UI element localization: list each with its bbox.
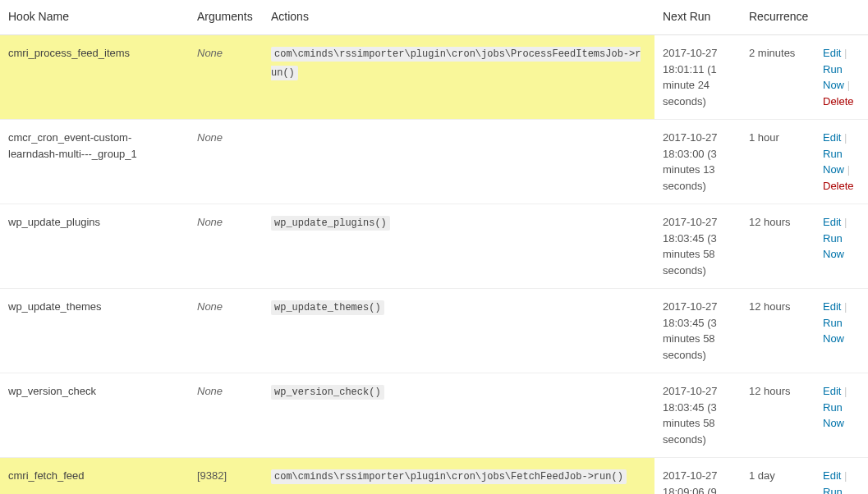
run-now-link[interactable]: Run Now	[823, 232, 844, 261]
next-run-cell: 2017-10-27 18:03:45 (3 minutes 58 second…	[654, 204, 741, 289]
separator: |	[841, 385, 847, 397]
separator: |	[844, 79, 850, 91]
hook-name-cell: cmri_fetch_feed	[0, 458, 189, 495]
delete-link[interactable]: Delete	[823, 95, 854, 107]
header-actions[interactable]: Actions	[263, 0, 654, 35]
arguments-cell: None	[189, 289, 263, 373]
arguments-cell: None	[189, 373, 263, 458]
separator: |	[841, 47, 847, 59]
recurrence-cell: 1 day	[741, 458, 815, 495]
next-run-cell: 2017-10-27 18:01:11 (1 minute 24 seconds…	[654, 35, 741, 120]
action-callback: com\cminds\rssimporter\plugin\cron\jobs\…	[271, 469, 627, 484]
table-row: wp_update_pluginsNonewp_update_plugins()…	[0, 204, 868, 289]
header-ops	[815, 0, 868, 35]
arguments-cell: [9382]	[189, 458, 263, 495]
arguments-cell: None	[189, 204, 263, 289]
recurrence-cell: 1 hour	[741, 120, 815, 204]
actions-cell: com\cminds\rssimporter\plugin\cron\jobs\…	[263, 35, 654, 120]
delete-link[interactable]: Delete	[823, 180, 854, 192]
action-callback: wp_update_plugins()	[271, 216, 390, 231]
row-actions-cell: Edit | Run Now	[815, 204, 868, 289]
action-callback: wp_version_check()	[271, 385, 384, 400]
run-now-link[interactable]: Run Now	[823, 401, 844, 430]
next-run-cell: 2017-10-27 18:03:45 (3 minutes 58 second…	[654, 289, 741, 373]
edit-link[interactable]: Edit	[823, 131, 841, 144]
table-row: cmri_fetch_feed[9382]com\cminds\rssimpor…	[0, 458, 868, 495]
separator: |	[841, 131, 847, 144]
recurrence-cell: 12 hours	[741, 373, 815, 458]
hook-name-cell: cmcr_cron_event-custom-learndash-multi--…	[0, 120, 189, 204]
header-recur[interactable]: Recurrence	[741, 0, 815, 35]
hook-name-cell: cmri_process_feed_items	[0, 35, 189, 120]
next-run-cell: 2017-10-27 18:03:45 (3 minutes 58 second…	[654, 373, 741, 458]
hook-name-cell: wp_update_themes	[0, 289, 189, 373]
edit-link[interactable]: Edit	[823, 300, 841, 313]
arguments-cell: None	[189, 35, 263, 120]
separator: |	[841, 216, 847, 228]
hook-name-cell: wp_version_check	[0, 373, 189, 458]
recurrence-cell: 12 hours	[741, 289, 815, 373]
edit-link[interactable]: Edit	[823, 469, 841, 482]
row-actions-cell: Edit | Run Now	[815, 373, 868, 458]
run-now-link[interactable]: Run Now	[823, 317, 844, 345]
actions-cell	[263, 120, 654, 204]
edit-link[interactable]: Edit	[823, 47, 841, 59]
run-now-link[interactable]: Run Now	[823, 486, 844, 495]
run-now-link[interactable]: Run Now	[823, 148, 844, 176]
header-hook[interactable]: Hook Name	[0, 0, 189, 35]
row-actions-cell: Edit | Run Now | Delete	[815, 458, 868, 495]
table-row: cmcr_cron_event-custom-learndash-multi--…	[0, 120, 868, 204]
actions-cell: wp_update_plugins()	[263, 204, 654, 289]
cron-events-table: Hook Name Arguments Actions Next Run Rec…	[0, 0, 868, 494]
row-actions-cell: Edit | Run Now | Delete	[815, 35, 868, 120]
run-now-link[interactable]: Run Now	[823, 63, 844, 92]
edit-link[interactable]: Edit	[823, 385, 841, 397]
recurrence-cell: 12 hours	[741, 204, 815, 289]
table-header-row: Hook Name Arguments Actions Next Run Rec…	[0, 0, 868, 35]
recurrence-cell: 2 minutes	[741, 35, 815, 120]
header-next[interactable]: Next Run	[654, 0, 741, 35]
row-actions-cell: Edit | Run Now	[815, 289, 868, 373]
edit-link[interactable]: Edit	[823, 216, 841, 228]
row-actions-cell: Edit | Run Now | Delete	[815, 120, 868, 204]
header-args[interactable]: Arguments	[189, 0, 263, 35]
table-row: wp_update_themesNonewp_update_themes()20…	[0, 289, 868, 373]
separator: |	[844, 163, 850, 176]
actions-cell: wp_version_check()	[263, 373, 654, 458]
action-callback: com\cminds\rssimporter\plugin\cron\jobs\…	[271, 47, 641, 80]
actions-cell: wp_update_themes()	[263, 289, 654, 373]
action-callback: wp_update_themes()	[271, 300, 384, 315]
arguments-cell: None	[189, 120, 263, 204]
actions-cell: com\cminds\rssimporter\plugin\cron\jobs\…	[263, 458, 654, 495]
next-run-cell: 2017-10-27 18:03:00 (3 minutes 13 second…	[654, 120, 741, 204]
table-row: wp_version_checkNonewp_version_check()20…	[0, 373, 868, 458]
hook-name-cell: wp_update_plugins	[0, 204, 189, 289]
separator: |	[841, 300, 847, 313]
table-row: cmri_process_feed_itemsNonecom\cminds\rs…	[0, 35, 868, 120]
next-run-cell: 2017-10-27 18:09:06 (9 minutes 19 second…	[654, 458, 741, 495]
separator: |	[841, 469, 847, 482]
